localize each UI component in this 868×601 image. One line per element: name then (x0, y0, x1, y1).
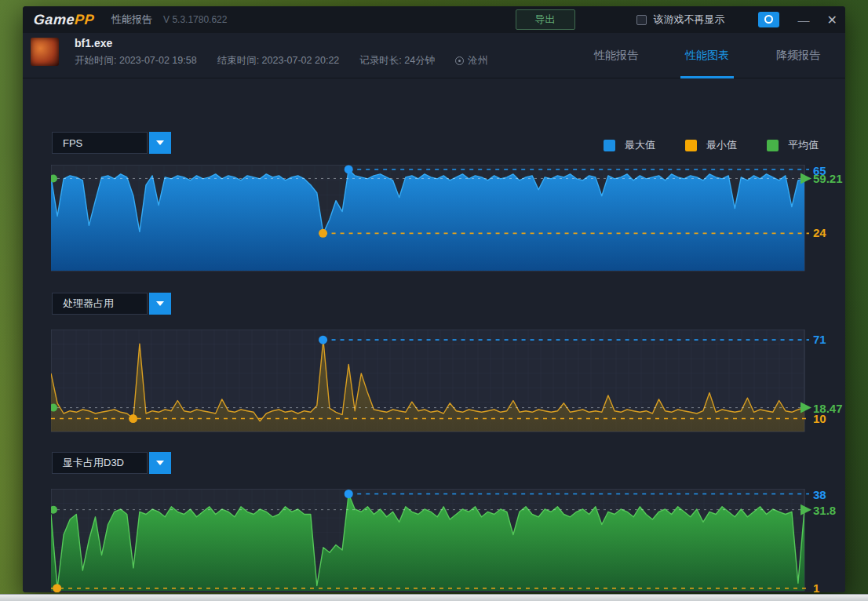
max-swatch (604, 140, 615, 151)
version-text: V 5.3.1780.622 (163, 14, 227, 25)
legend-max: 最大值 (604, 138, 655, 152)
export-button[interactable]: 导出 (516, 9, 575, 30)
min-value-label: 24 (813, 226, 826, 239)
close-button[interactable]: ✕ (827, 13, 837, 27)
avg-value-label: 31.8 (813, 504, 836, 517)
min-value-label: 1 (813, 581, 819, 592)
logo-game-text: Game (33, 12, 75, 27)
end-time-text: 结束时间: 2023-07-02 20:22 (217, 54, 340, 67)
metric-select-fps[interactable]: FPS (52, 132, 148, 154)
duration-text: 记录时长: 24分钟 (359, 54, 435, 67)
chevron-down-icon (156, 461, 164, 465)
gpu-dropdown-button[interactable] (149, 452, 171, 474)
tab-performance-report[interactable]: 性能报告 (589, 49, 643, 78)
hide-game-checkbox[interactable] (636, 15, 647, 25)
screenshot-camera-icon[interactable] (758, 12, 779, 27)
tab-performance-chart[interactable]: 性能图表 (680, 49, 734, 78)
process-name: bf1.exe (75, 37, 112, 49)
minimize-button[interactable]: — (798, 13, 810, 27)
chevron-down-icon (156, 301, 164, 306)
charts-panel: FPS 最大值 最小值 平均值 6559.2124 处理器占用 7118.471… (23, 78, 845, 592)
max-value-label: 38 (813, 489, 826, 501)
location-icon (455, 56, 464, 65)
gpu-usage-chart: 3831.81 (51, 489, 845, 592)
avg-value-label: 59.21 (813, 172, 843, 185)
cpu-usage-chart: 7118.4710 (51, 330, 845, 438)
metric-select-cpu[interactable]: 处理器占用 (52, 293, 148, 315)
gamepp-logo: GamePP (33, 12, 95, 28)
desktop-taskbar (0, 594, 868, 601)
min-swatch (685, 140, 697, 151)
legend-avg: 平均值 (767, 138, 819, 152)
max-value-label: 71 (813, 333, 826, 346)
legend-min: 最小值 (685, 138, 737, 152)
titlebar: GamePP 性能报告 V 5.3.1780.622 导出 该游戏不再显示 — … (23, 6, 845, 33)
chevron-down-icon (156, 140, 164, 145)
hide-game-label: 该游戏不再显示 (654, 13, 725, 27)
report-tabs: 性能报告 性能图表 降频报告 (589, 33, 825, 78)
fps-dropdown-button[interactable] (149, 132, 171, 154)
legend-min-label: 最小值 (706, 138, 737, 152)
session-info: 开始时间: 2023-07-02 19:58 结束时间: 2023-07-02 … (75, 54, 487, 67)
avg-swatch (767, 140, 779, 151)
gamepp-window: GamePP 性能报告 V 5.3.1780.622 导出 该游戏不再显示 — … (23, 6, 845, 592)
window-title: 性能报告 (111, 13, 152, 27)
game-thumbnail (31, 38, 59, 66)
legend-max-label: 最大值 (625, 138, 655, 152)
metric-select-gpu[interactable]: 显卡占用D3D (52, 452, 148, 474)
hide-game-option[interactable]: 该游戏不再显示 (636, 13, 725, 27)
legend-avg-label: 平均值 (788, 138, 819, 152)
logo-pp-text: PP (74, 12, 94, 27)
tab-throttle-report[interactable]: 降频报告 (771, 49, 825, 78)
fps-chart: 6559.2124 (51, 165, 845, 277)
cpu-dropdown-button[interactable] (149, 293, 171, 315)
chart-legend: 最大值 最小值 平均值 (604, 138, 819, 152)
report-header: bf1.exe 开始时间: 2023-07-02 19:58 结束时间: 202… (23, 33, 845, 78)
location-text: 沧州 (468, 54, 487, 67)
start-time-text: 开始时间: 2023-07-02 19:58 (75, 54, 197, 67)
min-value-label: 10 (813, 412, 826, 425)
